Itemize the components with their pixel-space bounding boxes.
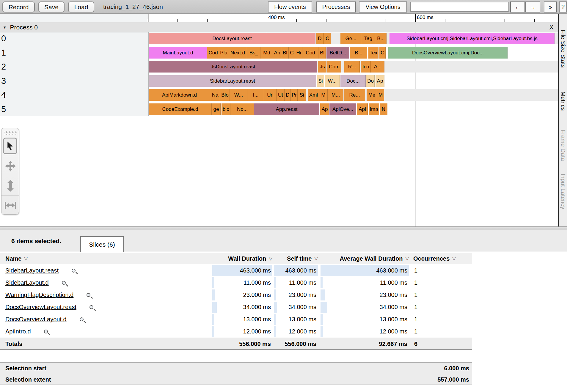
trace-slice[interactable]: Do	[366, 75, 375, 87]
trace-slice[interactable]: Si	[317, 75, 324, 87]
find-next-button[interactable]: →	[525, 1, 540, 12]
table-row[interactable]: WarningFlagDescription.d23.000 ms23.000 …	[0, 289, 472, 301]
load-button[interactable]: Load	[68, 1, 94, 12]
trace-slice[interactable]: Me	[367, 89, 377, 101]
trace-slice[interactable]: Cod	[302, 47, 318, 59]
trace-slice[interactable]: N	[380, 103, 387, 115]
trace-slice[interactable]: Next.d	[228, 47, 247, 59]
search-input[interactable]	[410, 2, 509, 12]
trace-slice[interactable]: Bl	[281, 47, 289, 59]
vertical-zoom-tool-button[interactable]	[1, 176, 19, 195]
trace-slice[interactable]: D	[285, 89, 291, 101]
trace-slice[interactable]: Tex	[368, 47, 378, 59]
trace-slice[interactable]: Pla	[219, 47, 228, 59]
table-row[interactable]: DocsOverviewLayout.reast34.000 ms34.000 …	[0, 301, 472, 313]
table-row[interactable]: DocsOverviewLayout.d13.000 ms13.000 ms13…	[0, 313, 472, 325]
trace-slice[interactable]: ge	[212, 103, 221, 115]
trace-slice[interactable]: BeltD...	[326, 47, 349, 59]
trace-slice[interactable]: Re...	[344, 89, 365, 101]
magnifier-icon[interactable]	[44, 330, 48, 333]
trace-slice[interactable]: SidebarLayout.reast	[149, 75, 316, 87]
trace-slice[interactable]: Ima	[369, 103, 379, 115]
trace-slice[interactable]: ApiMarkdown.d	[149, 89, 210, 101]
process-header[interactable]: ▾ Process 0 X	[0, 22, 560, 32]
trace-slice[interactable]: Tag	[361, 33, 375, 44]
trace-slice[interactable]: W...	[230, 89, 247, 101]
time-ruler[interactable]: 400 ms600 ms	[0, 14, 567, 22]
trace-slice[interactable]: M	[319, 89, 328, 101]
more-options-button[interactable]: »	[544, 1, 557, 12]
flow-events-button[interactable]: Flow events	[268, 1, 312, 12]
trace-slice[interactable]: Pr	[291, 89, 298, 101]
trace-slice[interactable]: Url	[264, 89, 277, 101]
trace-slice[interactable]: Si	[298, 89, 306, 101]
trace-slice[interactable]: CodeExample.d	[149, 103, 212, 115]
trace-slice[interactable]: No...	[230, 103, 254, 115]
mode-tool-palette[interactable]	[1, 128, 19, 215]
trace-slice[interactable]: DocsOverviewLayout.cmj,Doc...	[388, 47, 508, 59]
selection-tool-button[interactable]	[1, 136, 19, 156]
help-button[interactable]: ?	[559, 1, 567, 12]
trace-slice[interactable]: M	[377, 89, 384, 101]
record-button[interactable]: Record	[2, 1, 35, 12]
slice-name-link[interactable]: SidebarLayout.reast	[5, 267, 59, 274]
timeline-track-area[interactable]: 0DocsLayout.reastDCGe...TagB...SidebarLa…	[0, 32, 560, 226]
trace-slice[interactable]: Cod	[207, 47, 219, 59]
tab-slices[interactable]: Slices (6)	[80, 236, 124, 252]
trace-slice[interactable]: Ut	[277, 89, 285, 101]
table-row[interactable]: SidebarLayout.d11.000 ms11.000 ms11.000 …	[0, 277, 472, 289]
trace-slice[interactable]: blo	[222, 103, 230, 115]
close-process-button[interactable]: X	[549, 23, 554, 31]
sort-icon[interactable]: ▽	[269, 256, 272, 261]
save-button[interactable]: Save	[38, 1, 65, 12]
trace-slice[interactable]: D	[316, 33, 324, 44]
sidebar-tab-frame-data[interactable]: Frame Data	[560, 130, 566, 161]
trace-slice[interactable]: Blo	[220, 89, 230, 101]
magnifier-icon[interactable]	[87, 293, 90, 297]
trace-slice[interactable]: W...	[325, 75, 340, 87]
trace-slice[interactable]: Ap	[376, 75, 384, 87]
column-header-average-wall-duration[interactable]: Average Wall Duration▽	[321, 253, 409, 264]
trace-slice[interactable]: Na	[210, 89, 220, 101]
trace-slice[interactable]: B...	[350, 47, 367, 59]
trace-slice[interactable]: SidebarLayout.cmj,SidebarLayout.cmi,Side…	[389, 33, 555, 44]
slice-name-link[interactable]: WarningFlagDescription.d	[5, 292, 73, 298]
trace-slice[interactable]: Hi	[295, 47, 302, 59]
magnifier-icon[interactable]	[72, 269, 76, 273]
sort-icon[interactable]: ▽	[24, 256, 28, 261]
pan-tool-button[interactable]	[1, 156, 19, 176]
trace-slice[interactable]: An	[273, 47, 281, 59]
trace-slice[interactable]: Md	[260, 47, 273, 59]
trace-slice[interactable]: Api	[357, 103, 368, 115]
magnifier-icon[interactable]	[62, 281, 66, 285]
trace-slice[interactable]: A...	[371, 61, 384, 73]
table-row[interactable]: SidebarLayout.reast463.000 ms463.000 ms4…	[0, 265, 472, 277]
trace-slice[interactable]: Bl	[318, 47, 326, 59]
trace-slice[interactable]: B...	[375, 33, 387, 44]
trace-slice[interactable]: MainLayout.d	[149, 47, 207, 59]
trace-slice[interactable]: Xml	[308, 89, 319, 101]
sidebar-tab-file-size-stats[interactable]: File Size Stats	[560, 30, 566, 68]
trace-slice[interactable]: Bs_	[247, 47, 260, 59]
trace-slice[interactable]: Ico	[361, 61, 371, 73]
trace-slice[interactable]: JsDocsLayout.reast	[149, 61, 317, 73]
trace-slice[interactable]: Ge...	[340, 33, 361, 44]
slice-name-link[interactable]: SidebarLayout.d	[5, 279, 49, 286]
trace-slice[interactable]: C	[379, 47, 386, 59]
sort-icon[interactable]: ▽	[452, 256, 456, 261]
column-header-wall-duration[interactable]: Wall Duration▽	[212, 253, 272, 264]
trace-slice[interactable]: Doc...	[340, 75, 366, 87]
sort-icon[interactable]: ▽	[314, 256, 318, 261]
trace-slice[interactable]: C	[289, 47, 295, 59]
trace-slice[interactable]: Js	[318, 61, 326, 73]
sort-icon[interactable]: ▽	[405, 256, 409, 261]
table-row[interactable]: ApiIntro.d12.000 ms12.000 ms12.000 ms1	[0, 325, 472, 338]
trace-slice[interactable]: R...	[344, 61, 360, 73]
sidebar-tab-metrics[interactable]: Metrics	[560, 92, 566, 111]
trace-slice[interactable]: DocsLayout.reast	[149, 33, 315, 44]
trace-slice[interactable]: M...	[328, 89, 343, 101]
find-previous-button[interactable]: ←	[510, 1, 525, 12]
palette-grip-handle[interactable]	[4, 130, 17, 135]
trace-slice[interactable]: C	[324, 33, 331, 44]
trace-slice[interactable]: App.reast	[254, 103, 319, 115]
